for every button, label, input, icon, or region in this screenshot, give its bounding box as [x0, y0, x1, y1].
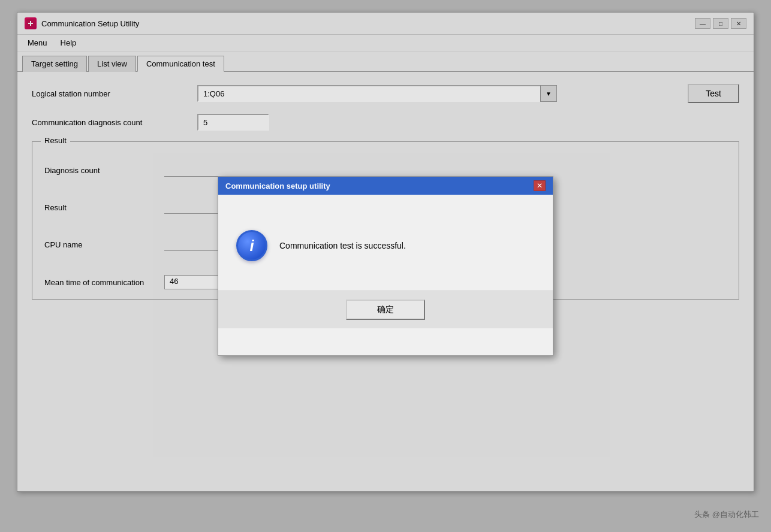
modal-footer: 确定: [218, 291, 553, 328]
modal-overlay: Communication setup utility ✕ i Communic…: [0, 0, 771, 532]
modal-body: i Communication test is successful.: [218, 195, 553, 291]
modal-message: Communication test is successful.: [279, 241, 406, 250]
info-icon: i: [236, 230, 267, 261]
modal-close-button[interactable]: ✕: [534, 180, 546, 191]
modal-dialog: Communication setup utility ✕ i Communic…: [218, 176, 553, 356]
modal-title-bar: Communication setup utility ✕: [218, 177, 553, 195]
modal-title: Communication setup utility: [225, 182, 330, 191]
ok-button[interactable]: 确定: [346, 300, 425, 320]
